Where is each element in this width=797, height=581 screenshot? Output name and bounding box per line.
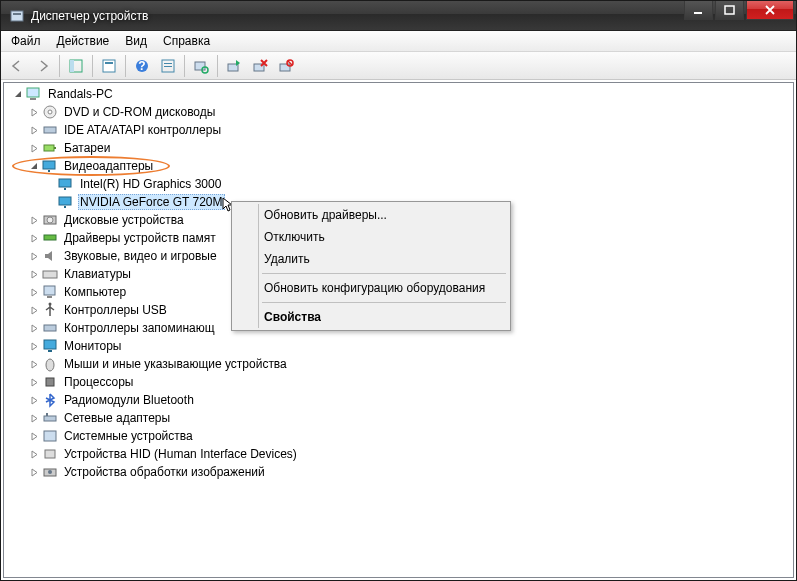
- device-manager-window: Диспетчер устройств Файл Действие Вид Сп…: [0, 0, 797, 581]
- tree-item-cpu[interactable]: Процессоры: [4, 373, 793, 391]
- collapse-icon[interactable]: [10, 86, 26, 102]
- forward-button[interactable]: [31, 54, 55, 78]
- tree-item-imaging[interactable]: Устройства обработки изображений: [4, 463, 793, 481]
- svg-rect-32: [64, 206, 66, 208]
- monitor-icon: [42, 338, 58, 354]
- expand-icon[interactable]: [26, 302, 42, 318]
- device-tree[interactable]: Randals-PC DVD и CD-ROM дисководы IDE AT…: [3, 82, 794, 578]
- computer-icon: [42, 284, 58, 300]
- menu-help[interactable]: Справка: [155, 32, 218, 50]
- tree-item-battery[interactable]: Батареи: [4, 139, 793, 157]
- disable-button[interactable]: [274, 54, 298, 78]
- svg-rect-5: [70, 60, 74, 72]
- ctx-update-driver[interactable]: Обновить драйверы...: [234, 204, 508, 226]
- expand-icon[interactable]: [26, 320, 42, 336]
- context-menu: Обновить драйверы... Отключить Удалить О…: [231, 201, 511, 331]
- expand-icon[interactable]: [26, 374, 42, 390]
- properties-button[interactable]: [97, 54, 121, 78]
- expand-icon[interactable]: [26, 140, 42, 156]
- menu-file[interactable]: Файл: [3, 32, 49, 50]
- tree-root[interactable]: Randals-PC: [4, 85, 793, 103]
- svg-rect-24: [44, 127, 56, 133]
- expand-icon[interactable]: [26, 104, 42, 120]
- toolbar: ?: [1, 52, 796, 80]
- computer-icon: [26, 86, 42, 102]
- close-button[interactable]: [746, 1, 794, 20]
- menubar: Файл Действие Вид Справка: [1, 31, 796, 52]
- expand-icon[interactable]: [26, 392, 42, 408]
- tree-item-monitor[interactable]: Мониторы: [4, 337, 793, 355]
- ctx-delete[interactable]: Удалить: [234, 248, 508, 270]
- action-button[interactable]: [156, 54, 180, 78]
- tree-item-video[interactable]: Видеоадаптеры: [4, 157, 793, 175]
- svg-rect-25: [44, 145, 54, 151]
- update-driver-button[interactable]: [222, 54, 246, 78]
- ctx-properties[interactable]: Свойства: [234, 306, 508, 328]
- context-menu-separator: [262, 302, 506, 303]
- tree-item-intel-hd[interactable]: Intel(R) HD Graphics 3000: [4, 175, 793, 193]
- toolbar-separator: [184, 55, 185, 77]
- sound-icon: [42, 248, 58, 264]
- ctx-disable[interactable]: Отключить: [234, 226, 508, 248]
- toolbar-separator: [125, 55, 126, 77]
- display-adapter-icon: [42, 158, 58, 174]
- tree-item-network[interactable]: Сетевые адаптеры: [4, 409, 793, 427]
- collapse-icon[interactable]: [26, 158, 42, 174]
- expand-icon[interactable]: [26, 122, 42, 138]
- memory-icon: [42, 230, 58, 246]
- context-menu-gutter: [258, 204, 259, 328]
- svg-rect-38: [47, 296, 52, 298]
- network-icon: [42, 410, 58, 426]
- minimize-button[interactable]: [684, 1, 713, 20]
- tree-item-hid[interactable]: Устройства HID (Human Interface Devices): [4, 445, 793, 463]
- maximize-button[interactable]: [715, 1, 744, 20]
- expand-icon[interactable]: [26, 230, 42, 246]
- expand-icon[interactable]: [26, 284, 42, 300]
- svg-rect-20: [27, 88, 39, 97]
- ctx-rescan[interactable]: Обновить конфигурацию оборудования: [234, 277, 508, 299]
- tree-item-dvd[interactable]: DVD и CD-ROM дисководы: [4, 103, 793, 121]
- expand-icon[interactable]: [26, 446, 42, 462]
- svg-rect-42: [48, 350, 52, 352]
- expand-icon[interactable]: [26, 356, 42, 372]
- svg-rect-11: [164, 63, 172, 64]
- tree-item-mouse[interactable]: Мыши и иные указывающие устройства: [4, 355, 793, 373]
- scan-button[interactable]: [189, 54, 213, 78]
- svg-rect-6: [103, 60, 115, 72]
- uninstall-button[interactable]: [248, 54, 272, 78]
- tree-item-bluetooth[interactable]: Радиомодули Bluetooth: [4, 391, 793, 409]
- show-hide-tree-button[interactable]: [64, 54, 88, 78]
- svg-rect-21: [30, 98, 36, 100]
- svg-rect-0: [11, 11, 23, 21]
- expand-icon[interactable]: [26, 410, 42, 426]
- expand-icon[interactable]: [26, 248, 42, 264]
- cpu-icon: [42, 374, 58, 390]
- svg-point-39: [49, 303, 52, 306]
- svg-rect-37: [44, 286, 55, 295]
- svg-rect-29: [59, 179, 71, 187]
- menu-action[interactable]: Действие: [49, 32, 118, 50]
- usb-icon: [42, 302, 58, 318]
- expand-icon[interactable]: [26, 428, 42, 444]
- titlebar[interactable]: Диспетчер устройств: [1, 1, 796, 31]
- tree-item-ide[interactable]: IDE ATA/ATAPI контроллеры: [4, 121, 793, 139]
- disk-icon: [42, 212, 58, 228]
- hid-icon: [42, 446, 58, 462]
- svg-rect-27: [43, 161, 55, 169]
- svg-rect-12: [164, 66, 172, 67]
- svg-rect-1: [13, 13, 21, 15]
- expand-icon[interactable]: [26, 464, 42, 480]
- svg-point-50: [48, 470, 52, 474]
- svg-rect-31: [59, 197, 71, 205]
- tree-item-system[interactable]: Системные устройства: [4, 427, 793, 445]
- expand-icon[interactable]: [26, 338, 42, 354]
- svg-point-43: [46, 359, 54, 371]
- svg-rect-28: [48, 170, 50, 172]
- menu-view[interactable]: Вид: [117, 32, 155, 50]
- expand-icon[interactable]: [26, 266, 42, 282]
- back-button[interactable]: [5, 54, 29, 78]
- expand-icon[interactable]: [26, 212, 42, 228]
- bluetooth-icon: [42, 392, 58, 408]
- svg-rect-41: [44, 340, 56, 349]
- help-button[interactable]: ?: [130, 54, 154, 78]
